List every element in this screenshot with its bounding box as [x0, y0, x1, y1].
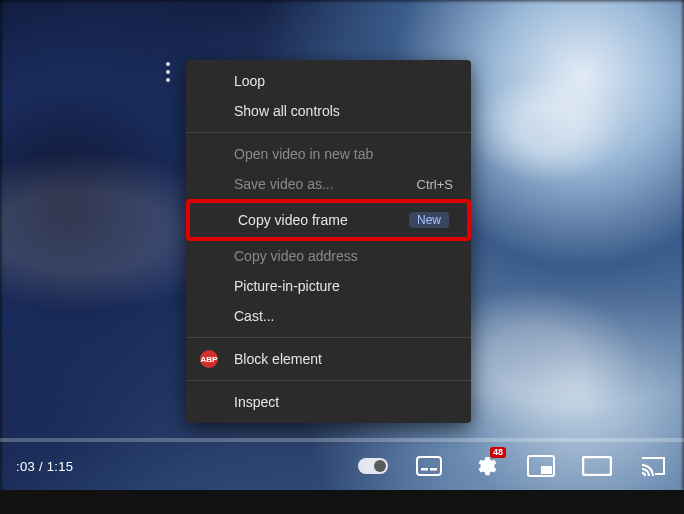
theater-icon [582, 456, 612, 476]
menu-item-label: Save video as... [234, 176, 417, 192]
menu-item-block-element[interactable]: ABP Block element [186, 344, 471, 374]
time-separator: / [35, 459, 47, 474]
menu-item-inspect[interactable]: Inspect [186, 387, 471, 417]
time-total: 1:15 [47, 459, 74, 474]
menu-item-label: Show all controls [234, 103, 453, 119]
menu-item-label: Cast... [234, 308, 453, 324]
subtitles-button[interactable] [414, 451, 444, 481]
settings-button[interactable]: 48 [470, 451, 500, 481]
menu-item-label: Open video in new tab [234, 146, 453, 162]
menu-item-save-video-as: Save video as... Ctrl+S [186, 169, 471, 199]
menu-item-label: Copy video address [234, 248, 453, 264]
bottom-strip [0, 490, 684, 514]
time-current: :03 [16, 459, 35, 474]
kebab-icon[interactable] [160, 58, 176, 86]
menu-item-loop[interactable]: Loop [186, 66, 471, 96]
menu-item-copy-video-address: Copy video address [186, 241, 471, 271]
menu-item-cast[interactable]: Cast... [186, 301, 471, 331]
menu-item-label: Block element [234, 351, 453, 367]
theater-button[interactable] [582, 451, 612, 481]
menu-item-copy-video-frame[interactable]: Copy video frame New [190, 205, 467, 235]
controls-right: 48 [358, 451, 668, 481]
svg-rect-0 [417, 457, 441, 475]
autoplay-toggle[interactable] [358, 451, 388, 481]
context-menu: Loop Show all controls Open video in new… [186, 60, 471, 423]
svg-rect-5 [583, 457, 611, 475]
menu-separator [186, 337, 471, 338]
menu-item-label: Loop [234, 73, 453, 89]
settings-badge: 48 [490, 447, 506, 458]
abp-icon: ABP [200, 350, 218, 368]
svg-rect-2 [430, 468, 437, 471]
annotation-highlight: Copy video frame New [186, 199, 471, 241]
new-badge: New [409, 212, 449, 228]
menu-item-shortcut: Ctrl+S [417, 177, 453, 192]
svg-rect-1 [421, 468, 428, 471]
time-display: :03 / 1:15 [16, 459, 73, 474]
cast-button[interactable] [638, 451, 668, 481]
menu-item-label: Picture-in-picture [234, 278, 453, 294]
menu-item-label: Copy video frame [238, 212, 399, 228]
menu-separator [186, 132, 471, 133]
menu-item-open-new-tab: Open video in new tab [186, 139, 471, 169]
cast-icon [640, 455, 666, 477]
miniplayer-button[interactable] [526, 451, 556, 481]
miniplayer-icon [527, 455, 555, 477]
menu-item-picture-in-picture[interactable]: Picture-in-picture [186, 271, 471, 301]
svg-rect-4 [541, 466, 552, 474]
menu-separator [186, 380, 471, 381]
subtitles-icon [416, 456, 442, 476]
menu-item-show-all-controls[interactable]: Show all controls [186, 96, 471, 126]
menu-item-label: Inspect [234, 394, 453, 410]
player-control-bar: :03 / 1:15 48 [0, 442, 684, 490]
